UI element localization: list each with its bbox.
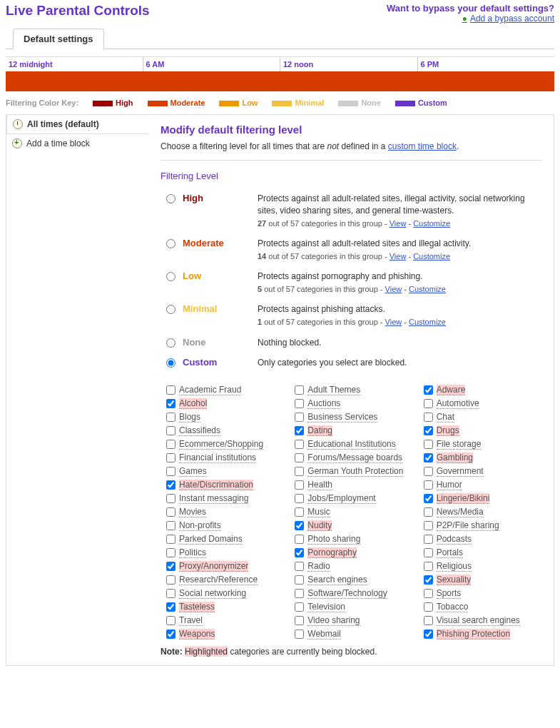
category-label[interactable]: Television <box>307 602 345 612</box>
category-label[interactable]: Search engines <box>307 575 367 585</box>
category-label[interactable]: Portals <box>437 547 463 558</box>
category-label[interactable]: Business Services <box>307 412 377 423</box>
category-label[interactable]: Academic Fraud <box>179 385 241 395</box>
category-label[interactable]: Ecommerce/Shopping <box>179 439 263 450</box>
category-checkbox[interactable] <box>295 589 304 598</box>
category-label[interactable]: Lingerie/Bikini <box>437 493 490 504</box>
radio-custom[interactable] <box>166 358 175 368</box>
category-checkbox[interactable] <box>295 521 304 530</box>
category-checkbox[interactable] <box>424 562 433 571</box>
category-checkbox[interactable] <box>166 399 175 408</box>
category-checkbox[interactable] <box>424 616 433 625</box>
category-checkbox[interactable] <box>166 413 175 422</box>
category-label[interactable]: Auctions <box>307 398 340 409</box>
category-label[interactable]: Software/Technology <box>307 588 387 599</box>
category-label[interactable]: Movies <box>179 507 206 517</box>
category-label[interactable]: Blogs <box>179 412 200 423</box>
category-label[interactable]: Chat <box>437 412 454 423</box>
category-label[interactable]: News/Media <box>437 507 484 517</box>
category-label[interactable]: P2P/File sharing <box>437 520 499 531</box>
category-checkbox[interactable] <box>424 413 433 422</box>
radio-minimal[interactable] <box>166 305 175 314</box>
category-checkbox[interactable] <box>424 602 433 612</box>
view-link[interactable]: View <box>385 285 402 293</box>
category-label[interactable]: Instant messaging <box>179 493 248 504</box>
category-checkbox[interactable] <box>295 467 304 476</box>
view-link[interactable]: View <box>390 252 407 261</box>
category-label[interactable]: Parked Domains <box>179 534 243 545</box>
category-checkbox[interactable] <box>424 440 433 449</box>
category-label[interactable]: Podcasts <box>437 534 472 545</box>
schedule-bar[interactable] <box>6 71 554 91</box>
category-label[interactable]: German Youth Protection <box>307 466 403 477</box>
category-checkbox[interactable] <box>166 521 175 530</box>
radio-none[interactable] <box>166 338 175 348</box>
view-link[interactable]: View <box>385 318 402 326</box>
category-checkbox[interactable] <box>166 480 175 490</box>
category-checkbox[interactable] <box>424 385 433 395</box>
category-label[interactable]: Pornography <box>307 547 357 558</box>
category-checkbox[interactable] <box>166 426 175 435</box>
radio-high[interactable] <box>166 194 175 203</box>
category-checkbox[interactable] <box>166 630 175 639</box>
category-checkbox[interactable] <box>295 630 304 639</box>
category-label[interactable]: Forums/Message boards <box>307 453 402 463</box>
sidebar-item-add-time-block[interactable]: Add a time block <box>6 133 149 153</box>
category-label[interactable]: Visual search engines <box>437 615 520 626</box>
category-label[interactable]: Health <box>307 480 332 490</box>
category-label[interactable]: Travel <box>179 615 203 626</box>
category-label[interactable]: Dating <box>307 425 332 436</box>
category-checkbox[interactable] <box>295 453 304 462</box>
customize-link[interactable]: Customize <box>413 219 450 228</box>
category-checkbox[interactable] <box>166 575 175 585</box>
category-checkbox[interactable] <box>166 467 175 476</box>
category-checkbox[interactable] <box>166 507 175 517</box>
category-label[interactable]: Religious <box>437 561 472 572</box>
sidebar-item-all-times[interactable]: All times (default) <box>6 114 149 134</box>
category-checkbox[interactable] <box>295 548 304 557</box>
category-label[interactable]: Research/Reference <box>179 575 258 585</box>
category-label[interactable]: Music <box>307 507 330 517</box>
category-label[interactable]: Humor <box>437 480 462 490</box>
customize-link[interactable]: Customize <box>413 252 450 261</box>
category-checkbox[interactable] <box>166 535 175 544</box>
category-label[interactable]: Automotive <box>437 398 479 409</box>
category-checkbox[interactable] <box>424 507 433 517</box>
category-checkbox[interactable] <box>424 399 433 408</box>
category-label[interactable]: Social networking <box>179 588 246 599</box>
category-label[interactable]: Government <box>437 466 484 477</box>
category-checkbox[interactable] <box>166 548 175 557</box>
category-checkbox[interactable] <box>424 535 433 544</box>
category-label[interactable]: Sexuality <box>437 575 472 585</box>
category-label[interactable]: Tasteless <box>179 602 215 612</box>
view-link[interactable]: View <box>390 219 407 228</box>
category-checkbox[interactable] <box>166 440 175 449</box>
category-checkbox[interactable] <box>424 630 433 639</box>
category-label[interactable]: Webmail <box>307 629 340 639</box>
radio-low[interactable] <box>166 272 175 281</box>
customize-link[interactable]: Customize <box>409 285 446 293</box>
category-checkbox[interactable] <box>424 453 433 462</box>
category-checkbox[interactable] <box>166 494 175 503</box>
category-label[interactable]: Nudity <box>307 520 332 531</box>
category-label[interactable]: Alcohol <box>179 398 207 409</box>
category-label[interactable]: Educational Institutions <box>307 439 395 450</box>
category-label[interactable]: Hate/Discrimination <box>179 480 253 490</box>
category-checkbox[interactable] <box>424 426 433 435</box>
category-checkbox[interactable] <box>424 548 433 557</box>
category-checkbox[interactable] <box>295 494 304 503</box>
category-label[interactable]: Drugs <box>437 425 459 436</box>
category-label[interactable]: Radio <box>307 561 330 572</box>
category-checkbox[interactable] <box>295 385 304 395</box>
category-checkbox[interactable] <box>295 440 304 449</box>
category-checkbox[interactable] <box>166 562 175 571</box>
category-label[interactable]: Sports <box>437 588 462 599</box>
category-checkbox[interactable] <box>424 575 433 585</box>
category-label[interactable]: Adult Themes <box>307 385 360 395</box>
category-checkbox[interactable] <box>424 494 433 503</box>
category-label[interactable]: Politics <box>179 547 206 558</box>
category-checkbox[interactable] <box>424 589 433 598</box>
add-bypass-link[interactable]: Add a bypass account <box>462 14 554 24</box>
category-checkbox[interactable] <box>295 399 304 408</box>
category-checkbox[interactable] <box>295 602 304 612</box>
